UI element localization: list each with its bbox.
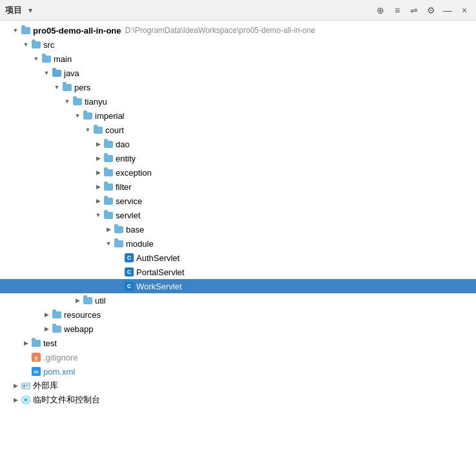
tree-servlet[interactable]: servlet <box>0 208 476 222</box>
tree-tempfiles[interactable]: 临时文件和控制台 <box>0 393 476 407</box>
svg-rect-2 <box>26 384 29 386</box>
toolbar-title: 项目 <box>5 5 22 16</box>
tree-java[interactable]: java <box>0 66 476 80</box>
portalservlet-label: PortalServlet <box>136 267 184 277</box>
expand-icon[interactable]: ⇌ <box>408 4 420 17</box>
portalservlet-class-icon: C <box>124 267 134 277</box>
tree-resources[interactable]: resources <box>0 307 476 322</box>
svg-rect-3 <box>26 386 28 388</box>
filter-label: filter <box>116 182 132 192</box>
gitignore-label: .gitignore <box>43 353 78 362</box>
gitignore-icon: g <box>31 352 41 362</box>
tree-tianyu[interactable]: tianyu <box>0 94 476 109</box>
toolbar-dropdown[interactable]: ▾ <box>28 6 32 15</box>
util-toggle[interactable] <box>72 295 83 306</box>
servlet-toggle[interactable] <box>93 210 103 220</box>
pers-toggle[interactable] <box>52 82 62 92</box>
tree-service[interactable]: service <box>0 194 476 208</box>
sync-icon[interactable]: ⊕ <box>374 4 387 17</box>
court-folder-icon <box>93 125 103 135</box>
root-path: D:\ProgramData\IdeaWorkspace\pro05-demo-… <box>125 26 316 35</box>
tree-court[interactable]: court <box>0 123 476 137</box>
java-label: java <box>64 68 79 78</box>
entity-toggle[interactable] <box>93 153 103 163</box>
main-folder-icon <box>41 54 52 64</box>
imperial-toggle[interactable] <box>72 110 83 121</box>
svg-point-5 <box>24 398 28 402</box>
tree-portalservlet[interactable]: C PortalServlet <box>0 265 476 279</box>
util-folder-icon <box>83 295 93 306</box>
dao-toggle[interactable] <box>93 139 103 149</box>
resources-label: resources <box>64 310 101 320</box>
toolbar: 项目 ▾ ⊕ ≡ ⇌ ⚙ — × <box>0 0 476 21</box>
authservlet-label: AuthServlet <box>136 253 180 263</box>
tianyu-label: tianyu <box>85 97 107 107</box>
tree-pom[interactable]: m pom.xml <box>0 364 476 379</box>
workservlet-class-icon: C <box>124 281 134 291</box>
authservlet-class-icon: C <box>124 253 134 263</box>
tree-pers[interactable]: pers <box>0 80 476 94</box>
tempfiles-label: 临时文件和控制台 <box>33 394 100 406</box>
base-folder-icon <box>114 224 124 234</box>
extlib-label: 外部库 <box>33 380 58 391</box>
webapp-folder-icon <box>52 324 62 334</box>
tree-gitignore[interactable]: g .gitignore <box>0 350 476 364</box>
servlet-folder-icon <box>103 210 114 220</box>
filter-folder-icon <box>103 182 114 192</box>
tree-root[interactable]: pro05-demo-all-in-one D:\ProgramData\Ide… <box>0 23 476 37</box>
tree-imperial[interactable]: imperial <box>0 109 476 123</box>
tree-main[interactable]: main <box>0 52 476 66</box>
tree-extlib[interactable]: 外部库 <box>0 379 476 393</box>
court-toggle[interactable] <box>83 125 93 135</box>
webapp-label: webapp <box>64 324 94 334</box>
tree-module[interactable]: module <box>0 236 476 251</box>
imperial-label: imperial <box>95 111 125 121</box>
tree-exception[interactable]: exception <box>0 165 476 180</box>
project-tree: pro05-demo-all-in-one D:\ProgramData\Ide… <box>0 21 476 458</box>
imperial-folder-icon <box>83 110 93 121</box>
svg-rect-1 <box>23 384 25 388</box>
webapp-toggle[interactable] <box>41 324 52 334</box>
tree-filter[interactable]: filter <box>0 180 476 194</box>
java-toggle[interactable] <box>41 68 52 78</box>
tree-util[interactable]: util <box>0 293 476 307</box>
workservlet-label: WorkServlet <box>136 282 182 291</box>
court-label: court <box>105 125 124 135</box>
collapse-icon[interactable]: ≡ <box>391 4 404 17</box>
extlib-toggle[interactable] <box>10 380 21 391</box>
pom-label: pom.xml <box>43 367 75 377</box>
entity-label: entity <box>116 154 136 163</box>
tianyu-toggle[interactable] <box>62 96 72 107</box>
root-toggle[interactable] <box>10 25 21 36</box>
root-folder-icon <box>21 25 31 36</box>
tree-base[interactable]: base <box>0 222 476 236</box>
pom-icon: m <box>31 366 41 377</box>
main-toggle[interactable] <box>31 54 41 64</box>
tempfiles-toggle[interactable] <box>10 395 21 405</box>
tree-test[interactable]: test <box>0 336 476 350</box>
module-toggle[interactable] <box>103 238 114 249</box>
test-folder-icon <box>31 338 41 348</box>
src-toggle[interactable] <box>21 39 31 50</box>
tree-workservlet[interactable]: C WorkServlet <box>0 279 476 293</box>
settings-icon[interactable]: ⚙ <box>424 4 437 17</box>
root-label: pro05-demo-all-in-one <box>33 26 121 36</box>
test-toggle[interactable] <box>21 338 31 348</box>
tree-dao[interactable]: dao <box>0 137 476 151</box>
tree-authservlet[interactable]: C AuthServlet <box>0 251 476 265</box>
resources-toggle[interactable] <box>41 309 52 320</box>
close-icon[interactable]: × <box>458 4 471 17</box>
minimize-icon[interactable]: — <box>441 4 454 17</box>
tree-entity[interactable]: entity <box>0 151 476 165</box>
svg-rect-0 <box>22 383 30 389</box>
filter-toggle[interactable] <box>93 182 103 192</box>
tree-src[interactable]: src <box>0 37 476 52</box>
exception-toggle[interactable] <box>93 167 103 178</box>
src-folder-icon <box>31 39 41 50</box>
service-label: service <box>116 196 142 206</box>
tree-webapp[interactable]: webapp <box>0 322 476 336</box>
service-toggle[interactable] <box>93 196 103 206</box>
service-folder-icon <box>103 196 114 206</box>
base-toggle[interactable] <box>103 224 114 234</box>
pers-label: pers <box>74 83 90 92</box>
